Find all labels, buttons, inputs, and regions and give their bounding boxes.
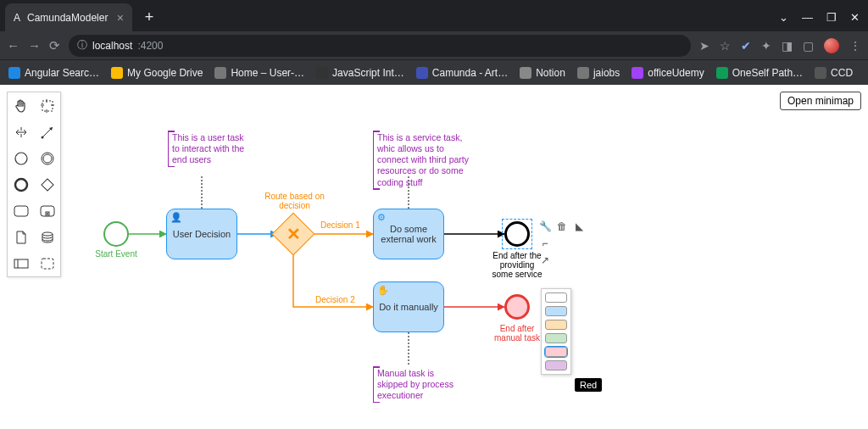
check-icon[interactable]: ✔ xyxy=(741,39,751,53)
send-icon[interactable]: ➤ xyxy=(699,39,709,53)
svg-rect-0 xyxy=(42,101,53,111)
bookmark-item[interactable]: Home – User-… xyxy=(214,67,304,79)
color-picker xyxy=(541,288,571,375)
svg-point-5 xyxy=(43,154,52,163)
bookmark-item[interactable]: OneSelf Path… xyxy=(716,67,803,79)
color-swatch[interactable] xyxy=(545,333,567,343)
menu-icon[interactable]: ⋮ xyxy=(849,39,861,53)
minimize-icon[interactable]: — xyxy=(802,11,813,24)
group-icon[interactable] xyxy=(34,250,60,276)
bookmark-item[interactable]: JavaScript Int… xyxy=(316,67,404,79)
bookmark-label: My Google Drive xyxy=(127,67,203,79)
forward-icon[interactable]: → xyxy=(28,38,41,53)
task-icon[interactable] xyxy=(8,198,34,224)
annotation-manual[interactable]: Manual task is skipped by process execut… xyxy=(373,366,466,403)
bookmark-item[interactable]: jaiobs xyxy=(577,67,620,79)
end-event-icon[interactable] xyxy=(8,171,34,198)
bookmark-favicon-icon xyxy=(111,67,123,79)
bookmark-favicon-icon xyxy=(815,67,826,79)
user-task-label: User Decision xyxy=(173,229,231,239)
annotation-service[interactable]: This is a service task, whic allows us t… xyxy=(373,131,475,190)
gateway-label: Route based on decision xyxy=(263,192,326,210)
star-icon[interactable]: ☆ xyxy=(720,39,731,53)
bookmark-item[interactable]: officeUdemy xyxy=(632,67,704,79)
bookmark-label: OneSelf Path… xyxy=(732,67,803,79)
back-icon[interactable]: ← xyxy=(7,38,19,53)
tab-title: CamundaModeler xyxy=(27,12,108,24)
decision2-label: Decision 2 xyxy=(315,295,355,304)
bookmark-item[interactable]: My Google Drive xyxy=(111,67,203,79)
bookmark-favicon-icon xyxy=(416,67,428,79)
hand-tool-icon[interactable] xyxy=(8,92,34,119)
svg-rect-12 xyxy=(14,259,28,268)
bookmark-label: JavaScript Int… xyxy=(332,67,404,79)
bookmark-favicon-icon xyxy=(577,67,589,79)
new-tab-button[interactable]: + xyxy=(137,5,161,29)
close-window-icon[interactable]: ✕ xyxy=(850,11,860,24)
start-event-icon[interactable] xyxy=(8,145,34,171)
svg-rect-7 xyxy=(41,178,53,190)
bookmark-label: jaiobs xyxy=(593,67,620,79)
chevron-down-icon[interactable]: ⌄ xyxy=(779,11,788,24)
wrench-icon[interactable]: 🔧 xyxy=(537,219,553,234)
subprocess-icon[interactable] xyxy=(34,198,60,224)
pool-icon[interactable] xyxy=(8,250,34,276)
color-swatch[interactable] xyxy=(545,347,567,357)
svg-rect-9 xyxy=(41,206,54,216)
intermediate-event-icon[interactable] xyxy=(34,145,60,171)
annotation-icon[interactable]: ⌐ xyxy=(537,236,553,251)
space-tool-icon[interactable] xyxy=(8,119,34,145)
user-icon: 👤 xyxy=(170,212,182,223)
close-tab-icon[interactable]: × xyxy=(117,11,124,25)
service-task[interactable]: ⚙ Do some external work xyxy=(373,209,444,259)
url-host: localhost xyxy=(92,40,132,52)
bookmark-favicon-icon xyxy=(716,67,728,79)
color-swatch[interactable] xyxy=(545,306,567,316)
avatar[interactable] xyxy=(824,38,839,53)
gear-icon: ⚙ xyxy=(377,212,386,223)
exclusive-gateway[interactable]: ✕ xyxy=(272,213,315,256)
color-icon[interactable]: ◣ xyxy=(571,219,587,234)
tab-strip: A CamundaModeler × + ⌄ — ❐ ✕ xyxy=(0,0,868,31)
bookmark-label: CCD xyxy=(831,67,853,79)
gateway-icon[interactable] xyxy=(34,171,60,198)
color-swatch[interactable] xyxy=(545,360,567,370)
color-swatch[interactable] xyxy=(545,292,567,303)
bookmark-item[interactable]: Angular Searc… xyxy=(8,67,99,79)
maximize-icon[interactable]: ❐ xyxy=(826,11,837,24)
panel-icon[interactable]: ▢ xyxy=(803,39,814,53)
bookmark-favicon-icon xyxy=(520,67,531,79)
user-task[interactable]: 👤 User Decision xyxy=(166,209,237,259)
annotation-user[interactable]: This is a user task to interact with the… xyxy=(168,131,253,167)
bookmark-label: Camunda - Art… xyxy=(432,67,508,79)
reload-icon[interactable]: ⟳ xyxy=(49,38,60,53)
lasso-tool-icon[interactable] xyxy=(34,92,60,119)
bookmark-favicon-icon xyxy=(8,67,20,79)
svg-point-6 xyxy=(15,179,27,191)
manual-task[interactable]: ✋ Do it manually xyxy=(373,281,444,332)
color-swatch[interactable] xyxy=(545,320,567,330)
bookmark-item[interactable]: Camunda - Art… xyxy=(416,67,508,79)
open-minimap-button[interactable]: Open minimap xyxy=(780,92,861,110)
data-object-icon[interactable] xyxy=(8,224,34,250)
bookmark-favicon-icon xyxy=(632,67,643,79)
trash-icon[interactable]: 🗑 xyxy=(554,219,570,234)
extensions-icon[interactable]: ✦ xyxy=(761,39,771,53)
browser-chrome: A CamundaModeler × + ⌄ — ❐ ✕ ← → ⟳ ⓘ loc… xyxy=(0,0,868,85)
svg-rect-8 xyxy=(14,206,28,216)
bookmark-item[interactable]: Notion xyxy=(520,67,565,79)
data-store-icon[interactable] xyxy=(34,224,60,250)
connection-icon[interactable]: ↗ xyxy=(537,253,553,268)
window-controls: ⌄ — ❐ ✕ xyxy=(779,3,868,31)
side-panel-icon[interactable]: ◨ xyxy=(782,39,793,53)
color-tooltip: Red xyxy=(575,378,602,392)
start-event[interactable] xyxy=(103,221,129,247)
browser-tab[interactable]: A CamundaModeler × xyxy=(5,3,132,31)
bookmark-item[interactable]: CCD xyxy=(815,67,853,79)
svg-point-3 xyxy=(15,153,27,164)
address-bar: ← → ⟳ ⓘ localhost:4200 ➤ ☆ ✔ ✦ ◨ ▢ ⋮ xyxy=(0,31,868,59)
end-event-2[interactable] xyxy=(504,294,530,320)
connect-tool-icon[interactable] xyxy=(34,119,60,145)
url-input[interactable]: ⓘ localhost:4200 xyxy=(69,35,691,57)
end-event-1[interactable] xyxy=(504,221,530,247)
